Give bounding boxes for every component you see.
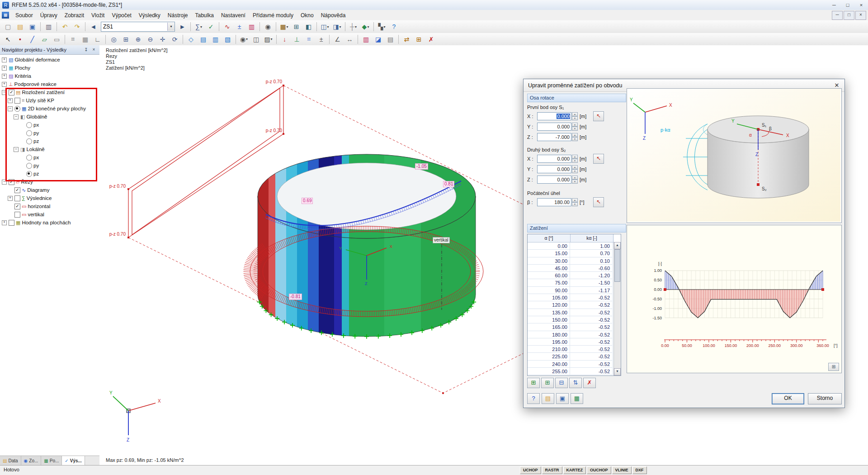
mdi-restore-icon[interactable]: □ — [844, 11, 854, 20]
maximize-icon[interactable]: □ — [841, 0, 854, 10]
table-clear-button[interactable]: ✗ — [583, 378, 596, 388]
result-values-button[interactable]: ± — [234, 21, 245, 32]
undo-button[interactable]: ↶ — [59, 21, 71, 32]
status-toggle-uchop[interactable]: UCHOP — [520, 466, 541, 474]
minimize-icon[interactable]: ─ — [827, 0, 841, 10]
cancel-button[interactable]: Storno — [808, 393, 842, 404]
new-model-button[interactable]: ▢ — [2, 21, 14, 32]
menu-nastaveni[interactable]: Nastavení — [217, 11, 249, 20]
expander-icon[interactable]: − — [2, 90, 7, 95]
visibility-button[interactable]: ◉▾ — [238, 34, 250, 45]
table-row[interactable]: 105.00-0.52 — [528, 294, 614, 301]
pin-icon[interactable]: ↧ — [82, 46, 90, 53]
spinner[interactable]: ▴▾ — [572, 176, 578, 184]
spinner[interactable]: ▴▾ — [572, 198, 578, 206]
radio-button[interactable] — [26, 155, 32, 161]
navigator-tab-po[interactable]: ▦Po... — [41, 456, 62, 466]
ok-button[interactable]: OK — [772, 393, 804, 404]
print-graphic-button[interactable]: ▤ — [385, 34, 396, 45]
tree-item-globalni-deformace[interactable]: +▧Globální deformace — [0, 56, 99, 64]
menu-vysledky[interactable]: Výsledky — [135, 11, 164, 20]
select-objects-button[interactable]: ↖ — [2, 34, 14, 45]
tree-item-px[interactable]: px — [0, 121, 99, 129]
coordinate-input[interactable]: 0.000 — [537, 155, 571, 163]
tree-item-hodnoty-na-plochach[interactable]: +▦Hodnoty na plochách — [0, 218, 99, 227]
chevron-down-icon[interactable]: ▾ — [383, 25, 385, 29]
navigator-tab-data[interactable]: ▤Data — [0, 456, 21, 466]
chevron-down-icon[interactable]: ▾ — [340, 25, 341, 29]
coordinate-input[interactable]: 0.000 — [537, 165, 571, 173]
table-row[interactable]: 60.00-1.20 — [528, 272, 614, 279]
window-layout-button[interactable]: ◨▾ — [331, 21, 343, 32]
zoom-out-button[interactable]: ⊖ — [145, 34, 156, 45]
zoom-all-button[interactable]: ◎ — [108, 34, 119, 45]
navigator-close-icon[interactable]: × — [90, 46, 98, 53]
dialog-table-button[interactable]: ▦ — [571, 393, 583, 404]
tables-toggle-button[interactable]: ⊞ — [291, 21, 302, 32]
table-row[interactable]: 45.00-0.60 — [528, 265, 614, 272]
expander-icon[interactable]: − — [14, 147, 19, 152]
clipping-plane-button[interactable]: ◫ — [250, 34, 262, 45]
spinner[interactable]: ▴▾ — [572, 155, 578, 163]
expander-icon[interactable]: + — [2, 82, 7, 87]
tree-item-rezy[interactable]: −✓▱Řezy — [0, 178, 99, 186]
show-results-button[interactable]: ∿ — [222, 21, 233, 32]
tree-item-py[interactable]: py — [0, 162, 99, 170]
table-row[interactable]: 15.000.70 — [528, 250, 614, 257]
coordinate-input[interactable]: 0.000 — [537, 123, 571, 131]
scroll-down-icon[interactable]: ▼ — [614, 368, 621, 375]
status-toggle-dxf[interactable]: DXF — [632, 466, 647, 474]
checkbox[interactable] — [14, 195, 20, 201]
table-row[interactable]: 90.00-1.17 — [528, 287, 614, 294]
menu-pridavne-moduly[interactable]: Přídavné moduly — [249, 11, 297, 20]
menu-okno[interactable]: Okno — [297, 11, 317, 20]
status-toggle-kartez[interactable]: KARTEZ — [563, 466, 586, 474]
expander-icon[interactable]: + — [8, 196, 13, 201]
mdi-close-icon[interactable]: × — [855, 11, 866, 20]
tree-item-rozlozeni-zatizeni[interactable]: −✓▤Rozložení zatížení — [0, 88, 99, 96]
open-model-button[interactable]: ▤ — [14, 21, 26, 32]
tree-item-pz[interactable]: pz — [0, 170, 99, 178]
status-toggle-ouchop[interactable]: OUCHOP — [587, 466, 611, 474]
expander-icon[interactable]: + — [8, 98, 13, 103]
chart-settings-button[interactable]: ⊞ — [828, 363, 839, 371]
tree-item-plochy[interactable]: +▦Plochy — [0, 64, 99, 72]
navigator-toggle-button[interactable]: ◧ — [303, 21, 314, 32]
checkbox[interactable] — [14, 98, 20, 104]
radio-button[interactable] — [26, 171, 32, 177]
menu-napoveda[interactable]: Nápověda — [317, 11, 349, 20]
calculation-button[interactable]: ∑▾ — [193, 21, 204, 32]
chevron-down-icon[interactable]: ▾ — [355, 25, 357, 29]
object-snap-button[interactable]: ◆▾ — [360, 21, 371, 32]
checkbox[interactable]: ✓ — [9, 179, 14, 185]
table-row[interactable]: 150.00-0.52 — [528, 316, 614, 323]
menu-vlozit[interactable]: Vložit — [88, 11, 108, 20]
background-color-button[interactable]: ◪ — [373, 34, 384, 45]
check-model-button[interactable]: ✓ — [205, 21, 217, 32]
table-row[interactable]: 195.00-0.52 — [528, 338, 614, 346]
expander-icon[interactable]: + — [2, 66, 7, 71]
snap-button[interactable]: ⌗ — [67, 34, 79, 45]
chevron-down-icon[interactable]: ▾ — [287, 25, 288, 29]
radio-button[interactable] — [14, 106, 20, 112]
menu-soubor[interactable]: Soubor — [12, 11, 37, 20]
navigator-tab-zo[interactable]: ◉Zo... — [21, 456, 42, 466]
color-scale-button[interactable]: ▥ — [246, 21, 257, 32]
tree-item-podporove-reakce[interactable]: +⊥Podporové reakce — [0, 80, 99, 88]
tree-item-2d-konecne-prvky-plochy[interactable]: −▦2D konečné prvky plochy — [0, 104, 99, 113]
table-row[interactable]: 30.000.10 — [528, 257, 614, 265]
checkbox[interactable] — [9, 220, 14, 226]
render-mode-button[interactable]: ▨▾ — [263, 34, 274, 45]
guide-lines-button[interactable]: ┼▾ — [348, 21, 359, 32]
radio-button[interactable] — [26, 138, 32, 144]
delete-results-button[interactable]: ✗ — [425, 34, 437, 45]
move-copy-button[interactable]: ⇄ — [401, 34, 412, 45]
view-yz-button[interactable]: ▧ — [222, 34, 233, 45]
expander-icon[interactable]: + — [2, 57, 7, 62]
ortho-button[interactable]: ∟ — [92, 34, 103, 45]
tree-item-horizontal[interactable]: ✓▭horizontal — [0, 202, 99, 210]
pick-in-graphic-icon[interactable]: ↖ — [593, 111, 604, 121]
close-icon[interactable]: × — [854, 0, 868, 10]
chevron-down-icon[interactable]: ▾ — [246, 37, 248, 41]
tree-item-globalne[interactable]: −◧Globálně — [0, 113, 99, 121]
